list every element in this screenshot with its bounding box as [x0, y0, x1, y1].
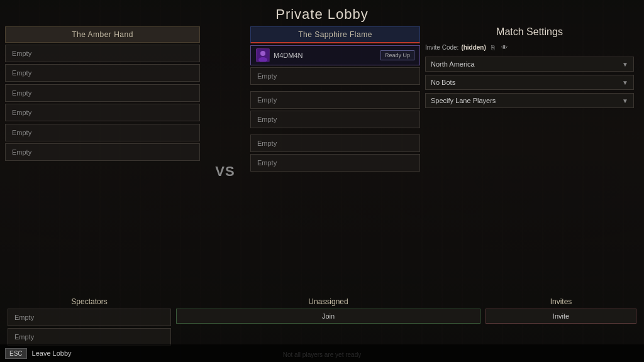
lane-dropdown[interactable]: Specify Lane Players ▼	[425, 93, 634, 108]
player-name: M4DM4N	[274, 52, 303, 59]
match-settings-panel: Match Settings Invite Code: (hidden) ⎘ 👁…	[420, 26, 639, 297]
status-bar: ESC Leave Lobby	[0, 344, 644, 362]
join-button[interactable]: Join	[176, 309, 480, 324]
ready-up-button[interactable]: Ready Up	[380, 50, 414, 60]
spectators-label: Spectators	[8, 297, 171, 306]
spectators-panel: Spectators Empty Empty	[8, 297, 171, 348]
invite-code-row: Invite Code: (hidden) ⎘ 👁	[425, 43, 634, 52]
bots-dropdown-arrow: ▼	[622, 79, 628, 86]
unassigned-panel: Unassigned Join	[176, 297, 480, 348]
invites-panel: Invites Invite	[486, 297, 636, 348]
team-left-slot-5[interactable]: Empty	[5, 124, 200, 141]
bottom-cols: Spectators Empty Empty Unassigned Join I…	[8, 297, 636, 348]
team-left-slot-6[interactable]: Empty	[5, 143, 200, 161]
team-right-slot-4[interactable]: Empty	[250, 134, 420, 152]
team-left-slot-group-1: Empty Empty	[5, 45, 200, 82]
team-left-slot-3[interactable]: Empty	[5, 84, 200, 102]
page-title: Private Lobby	[275, 6, 369, 23]
lane-dropdown-arrow: ▼	[622, 97, 628, 104]
team-right-slot-3[interactable]: Empty	[250, 111, 420, 128]
vs-separator: VS	[200, 26, 250, 297]
spectator-slot-1[interactable]: Empty	[8, 309, 171, 326]
team-right-slot-2[interactable]: Empty	[250, 91, 420, 109]
avatar	[256, 48, 270, 62]
eye-icon[interactable]: 👁	[500, 43, 509, 52]
team-right-panel: The Sapphire Flame M4DM4N Ready Up	[250, 26, 420, 297]
player-name-area: M4DM4N	[256, 48, 303, 62]
bots-dropdown[interactable]: No Bots ▼	[425, 75, 634, 90]
team-left-slot-2[interactable]: Empty	[5, 64, 200, 82]
region-dropdown-arrow: ▼	[622, 61, 628, 68]
player-slot: M4DM4N Ready Up	[250, 45, 420, 65]
team-left-slot-4[interactable]: Empty	[5, 104, 200, 121]
invite-button[interactable]: Invite	[486, 309, 636, 324]
invite-code-label: Invite Code:	[425, 44, 458, 51]
team-left-slot-group-3: Empty Empty	[5, 124, 200, 161]
unassigned-label: Unassigned	[176, 297, 480, 306]
team-right-header: The Sapphire Flame	[250, 26, 420, 43]
team-left-slot-1[interactable]: Empty	[5, 45, 200, 62]
copy-icon[interactable]: ⎘	[489, 43, 497, 52]
spectator-slot-2[interactable]: Empty	[8, 328, 171, 346]
team-right-slot-1[interactable]: Empty	[250, 67, 420, 85]
region-dropdown[interactable]: North America ▼	[425, 57, 634, 72]
team-left-header: The Amber Hand	[5, 26, 200, 43]
team-left-panel: The Amber Hand Empty Empty Empty Empty	[5, 26, 200, 297]
esc-badge: ESC	[5, 348, 27, 359]
settings-title: Match Settings	[425, 26, 634, 38]
invites-label: Invites	[486, 297, 636, 306]
leave-lobby-button[interactable]: Leave Lobby	[32, 349, 72, 357]
invite-code-value: (hidden)	[461, 44, 486, 51]
team-right-slot-5[interactable]: Empty	[250, 154, 420, 172]
svg-point-1	[260, 51, 265, 56]
team-left-slot-group-2: Empty Empty	[5, 84, 200, 121]
